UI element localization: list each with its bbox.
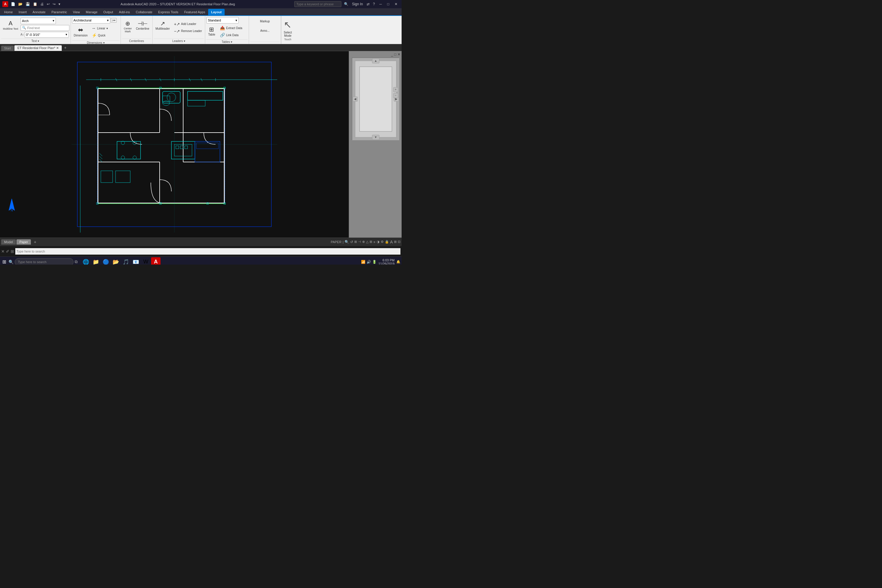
taskbar-search[interactable]: Type here to search: [15, 258, 74, 265]
dimension-button[interactable]: ⬌ Dimension: [72, 25, 89, 40]
title-bar: A 📄 📂 💾 📋 🖨 ↩ ↪ ▾ Autodesk AutoCAD 2020 …: [0, 0, 402, 8]
polar-button[interactable]: ⊕: [362, 240, 365, 244]
undo-button[interactable]: ↩: [46, 2, 51, 7]
otrack-button[interactable]: ⊞: [369, 240, 372, 244]
mail-app[interactable]: 📧: [131, 257, 141, 265]
link-data-button[interactable]: 🔗 Link Data: [218, 32, 248, 38]
print-button[interactable]: 🖨: [39, 2, 45, 7]
keyword-search[interactable]: [294, 1, 341, 7]
find-text-input[interactable]: 🔍: [21, 25, 69, 31]
select-mode-panel[interactable]: ↖ SelectMode Touch: [281, 16, 294, 44]
fullscreen-button[interactable]: ⊡: [398, 240, 400, 244]
time: 6:03 PM: [378, 258, 394, 262]
cortana-button[interactable]: 🔍: [9, 260, 14, 264]
lineweight-button[interactable]: ≡: [374, 240, 375, 244]
maximize-button[interactable]: □: [386, 2, 391, 7]
isolate-button[interactable]: 🔒: [385, 240, 389, 244]
tab-view[interactable]: View: [70, 9, 83, 15]
drawing-canvas[interactable]: N: [0, 51, 349, 237]
tab-et-residential[interactable]: ET Residential Floor Plan* ✕: [14, 45, 62, 51]
rotate-button[interactable]: ↺: [350, 240, 353, 244]
right-panel: _ □ ✕ ▲ ▼ ◀ ▶: [349, 51, 402, 237]
close-button[interactable]: ✕: [393, 2, 399, 7]
osnap-button[interactable]: △: [366, 240, 368, 244]
command-extra-btn[interactable]: ⊞: [10, 249, 14, 254]
tab-layout[interactable]: Layout: [208, 9, 225, 15]
tab-collaborate[interactable]: Collaborate: [133, 9, 155, 15]
anno-button[interactable]: Anno...: [250, 27, 280, 35]
dim-controls: Architectural ▾ ↕⇔ ⬌ Dimension ↔ Linear: [72, 17, 119, 40]
command-input[interactable]: [15, 248, 400, 255]
markup-button[interactable]: Markup: [250, 17, 280, 25]
tab-manage[interactable]: Manage: [83, 9, 100, 15]
save-button[interactable]: 💾: [25, 2, 31, 7]
close-command-btn[interactable]: ✕: [1, 249, 5, 254]
linear-button[interactable]: ↔ Linear ▾: [90, 25, 119, 32]
center-mark-button[interactable]: ⊕ CenterMark: [122, 19, 134, 36]
ortho-button[interactable]: ⊣: [358, 240, 361, 244]
table-icon: ⊞: [209, 26, 214, 33]
task-view-button[interactable]: ⧉: [75, 259, 78, 264]
right-panel-close[interactable]: ✕: [398, 52, 400, 57]
model-tab[interactable]: Model: [1, 239, 16, 244]
tab-parametric[interactable]: Parametric: [48, 9, 70, 15]
minimize-button[interactable]: ─: [378, 2, 384, 7]
more-button[interactable]: ▾: [58, 2, 61, 7]
tab-start[interactable]: Start: [1, 46, 14, 51]
multileader-button[interactable]: ↗ Multileader: [154, 19, 172, 36]
table-style-dropdown[interactable]: Standard ▾: [206, 17, 239, 24]
tab-addins[interactable]: Add-ins: [116, 9, 133, 15]
tab-output[interactable]: Output: [100, 9, 116, 15]
multiline-text-button[interactable]: A Multiline Text: [1, 19, 20, 36]
transparency-button[interactable]: ◑: [376, 240, 380, 244]
add-document-tab[interactable]: +: [62, 44, 69, 51]
browser-app[interactable]: 🔵: [101, 257, 111, 265]
add-layout-tab[interactable]: +: [32, 239, 39, 245]
search-icon[interactable]: 🔍: [343, 2, 349, 7]
music-app[interactable]: 🎵: [121, 257, 130, 265]
zoom-button[interactable]: 🔍: [345, 240, 349, 244]
edge-app[interactable]: 🌐: [81, 257, 90, 265]
open-button[interactable]: 📂: [17, 2, 24, 7]
workspace-button[interactable]: ⊞: [394, 240, 397, 244]
paper-tab[interactable]: Paper: [16, 239, 31, 244]
explorer-app[interactable]: 📁: [91, 257, 100, 265]
annotationscale-button[interactable]: A: [390, 240, 393, 244]
find-text-field[interactable]: [27, 26, 68, 30]
new-button[interactable]: 📄: [10, 2, 16, 7]
redo-button[interactable]: ↪: [52, 2, 57, 7]
tab-annotate[interactable]: Annotate: [30, 9, 48, 15]
tab-insert[interactable]: Insert: [16, 9, 30, 15]
tab-home[interactable]: Home: [1, 9, 16, 15]
add-leader-button[interactable]: +↗ Add Leader: [172, 21, 204, 27]
ribbon-tab-bar: Home Insert Annotate Parametric View Man…: [0, 8, 402, 16]
command-options-btn[interactable]: ✐: [6, 249, 9, 254]
windows-start-button[interactable]: ⊞: [1, 258, 8, 265]
clock[interactable]: 6:03 PM 11/26/2019: [378, 258, 394, 265]
files-app[interactable]: 📂: [111, 257, 120, 265]
quick-icon: ⚡: [92, 33, 97, 38]
text-style-dropdown[interactable]: Arch ▾: [21, 18, 56, 24]
centerline-button[interactable]: ⊣⊢ Centerline: [134, 19, 151, 36]
signin-button[interactable]: Sign In: [351, 2, 364, 7]
save-as-button[interactable]: 📋: [32, 2, 38, 7]
right-panel-restore[interactable]: □: [394, 52, 396, 57]
text-height-input[interactable]: 0"-0 3/16" ▾: [25, 32, 69, 38]
dimension-style-dropdown[interactable]: Architectural ▾: [72, 17, 110, 24]
right-panel-min[interactable]: _: [391, 52, 393, 57]
tab-expresstools[interactable]: Express Tools: [155, 9, 181, 15]
snap-button[interactable]: ⊞: [354, 240, 357, 244]
table-button[interactable]: ⊞ Table: [206, 25, 217, 39]
remove-leader-button[interactable]: −↗ Remove Leader: [172, 28, 204, 34]
help-icon[interactable]: ?: [372, 2, 376, 7]
ribbon-group-centerlines: ⊕ CenterMark ⊣⊢ Centerline Centerlines: [121, 16, 153, 44]
notification-icon[interactable]: 🔔: [396, 260, 400, 264]
exchange-icon[interactable]: ⇄: [366, 2, 370, 7]
autocad-app[interactable]: A: [151, 257, 160, 265]
extract-data-button[interactable]: 📤 Extract Data: [218, 25, 248, 31]
settings-button[interactable]: ⚙: [381, 240, 384, 244]
dim-style-extra[interactable]: ↕⇔: [111, 18, 117, 22]
quick-button[interactable]: ⚡ Quick: [90, 32, 119, 39]
tab-featuredapps[interactable]: Featured Apps: [181, 9, 208, 15]
word-app[interactable]: W: [141, 257, 150, 265]
